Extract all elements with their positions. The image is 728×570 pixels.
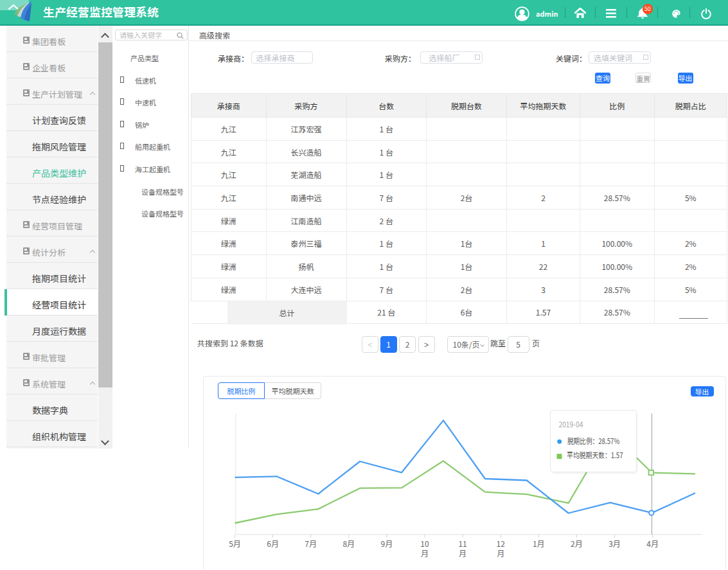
svg-text:8月: 8月 — [342, 537, 355, 548]
svg-text:6月: 6月 — [267, 537, 279, 548]
svg-text:脱期比例：28.57%: 脱期比例：28.57% — [567, 435, 619, 446]
svg-text:月: 月 — [459, 547, 466, 558]
svg-text:月: 月 — [497, 547, 504, 558]
svg-text:月: 月 — [420, 547, 428, 558]
svg-text:平均脱期天数：1.57: 平均脱期天数：1.57 — [567, 449, 623, 460]
svg-text:2月: 2月 — [571, 537, 583, 548]
svg-text:3月: 3月 — [608, 537, 621, 548]
svg-text:4月: 4月 — [646, 537, 659, 548]
svg-text:1月: 1月 — [532, 537, 544, 548]
svg-text:9月: 9月 — [380, 537, 393, 548]
svg-text:5月: 5月 — [229, 537, 241, 548]
svg-text:7月: 7月 — [305, 537, 317, 548]
svg-text:2019-04: 2019-04 — [558, 418, 583, 429]
